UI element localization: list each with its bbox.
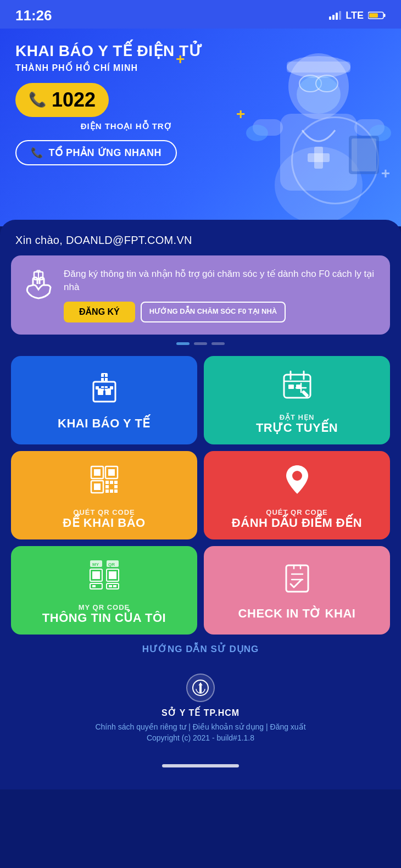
svg-point-59 <box>292 471 302 481</box>
battery-icon <box>368 11 386 20</box>
svg-rect-5 <box>384 14 386 17</box>
hero-subtitle: THÀNH PHỐ HỒ CHÍ MINH <box>15 63 237 73</box>
svg-rect-53 <box>114 481 118 484</box>
svg-rect-3 <box>339 11 341 20</box>
hero-section: + + + <box>0 29 401 226</box>
tile-check-in-label: CHECK IN TỜ KHAI <box>238 607 356 620</box>
main-content: Xin chào, DOANLD@FPT.COM.VN Đăng ký thôn… <box>0 220 401 789</box>
lte-label: LTE <box>346 10 364 21</box>
svg-rect-6 <box>369 13 378 18</box>
register-button[interactable]: ĐĂNG KÝ <box>64 302 135 322</box>
phone-number: 1022 <box>52 88 96 112</box>
svg-rect-0 <box>329 16 331 20</box>
phone-icon: 📞 <box>29 91 46 108</box>
svg-rect-67 <box>109 571 116 579</box>
svg-rect-22 <box>308 153 330 162</box>
tile-khai-bao-y-te[interactable]: KHAI BÁO Y TẾ <box>11 356 197 444</box>
info-card: Đăng ký thông tin và nhận hỗ trợ gói chă… <box>11 255 390 335</box>
svg-text:MY: MY <box>92 562 99 567</box>
checklist-icon <box>281 562 314 602</box>
svg-rect-34 <box>96 386 99 390</box>
hero-doctor-image <box>231 29 401 226</box>
calendar-icon <box>281 368 314 408</box>
phone-label: ĐIỆN THOẠI HỖ TRỢ <box>15 121 237 131</box>
svg-rect-73 <box>286 565 308 592</box>
dot-2 <box>194 342 207 345</box>
svg-rect-69 <box>92 585 96 587</box>
dot-1 <box>176 342 190 345</box>
hero-content: KHAI BÁO Y TẾ ĐIỆN TỬ THÀNH PHỐ HỒ CHÍ M… <box>15 42 237 165</box>
tile-quet-qr-khai-bao[interactable]: QUÉT QR CODE ĐỂ KHAI BÁO <box>11 451 197 539</box>
doctor-svg <box>242 31 396 224</box>
tile-khai-bao-label: KHAI BÁO Y TẾ <box>58 417 151 430</box>
svg-rect-58 <box>114 489 118 493</box>
svg-text:QR: QR <box>108 562 115 567</box>
svg-rect-46 <box>94 469 101 476</box>
plus-deco-3: + <box>381 165 390 182</box>
home-indicator <box>162 764 239 767</box>
svg-rect-71 <box>109 585 112 587</box>
info-card-buttons: ĐĂNG KÝ HƯỚNG DẪN CHĂM SÓC F0 TẠI NHÀ <box>64 302 379 322</box>
svg-rect-54 <box>105 485 109 488</box>
rapid-phone-icon: 📞 <box>31 147 43 159</box>
svg-rect-52 <box>110 481 113 484</box>
tile-danh-dau-diem-den[interactable]: QUÉT QR CODE ĐÁNH DẤU ĐIỂM ĐẾN <box>204 451 390 539</box>
svg-rect-68 <box>90 583 102 589</box>
tile-row-1: KHAI BÁO Y TẾ ĐẶT HẸN TRỰC TUYẾN <box>11 356 390 444</box>
tile-check-in-to-khai[interactable]: CHECK IN TỜ KHAI <box>204 546 390 635</box>
carousel-dots <box>11 342 390 345</box>
footer-copyright: Copyright (c) 2021 - build#1.1.8 <box>22 733 379 742</box>
status-time: 11:26 <box>15 7 52 24</box>
tile-dat-hen-sublabel: ĐẶT HẸN <box>280 413 315 421</box>
svg-rect-25 <box>93 382 115 402</box>
guide-link[interactable]: HƯỚNG DẪN SỬ DỤNG <box>11 643 390 655</box>
svg-rect-40 <box>288 385 294 389</box>
tile-qr-sublabel: QUÉT QR CODE <box>73 508 135 516</box>
rapid-btn-label: TỔ PHẢN ỨNG NHANH <box>49 147 162 159</box>
rapid-response-button[interactable]: 📞 TỔ PHẢN ỨNG NHANH <box>15 140 177 165</box>
svg-point-20 <box>316 75 338 92</box>
tile-qr-label: ĐỂ KHAI BÁO <box>63 516 145 530</box>
svg-rect-44 <box>301 390 309 397</box>
qr-scan-icon <box>88 463 121 503</box>
plus-deco-1: + <box>176 51 185 68</box>
footer-links[interactable]: Chính sách quyền riêng tư | Điều khoản s… <box>22 722 379 731</box>
tile-myqr-label: THÔNG TIN CỦA TÔI <box>42 611 166 625</box>
svg-rect-70 <box>107 583 119 589</box>
guide-f0-button[interactable]: HƯỚNG DẪN CHĂM SÓC F0 TẠI NHÀ <box>141 302 286 322</box>
footer: SỞ Y TẾ TP.HCM Chính sách quyền riêng tư… <box>11 668 390 753</box>
tile-danh-dau-label: ĐÁNH DẤU ĐIỂM ĐẾN <box>232 516 362 530</box>
care-icon <box>22 270 55 309</box>
status-bar: 11:26 LTE <box>0 0 401 29</box>
location-pin-icon <box>281 463 314 503</box>
phone-badge[interactable]: 📞 1022 <box>15 83 109 117</box>
medical-logo-icon <box>192 679 209 697</box>
footer-org: SỞ Y TẾ TP.HCM <box>22 708 379 718</box>
svg-rect-55 <box>114 485 118 488</box>
tile-thong-tin-cua-toi[interactable]: MY QR MY QR CODE THÔNG TIN CỦA <box>11 546 197 635</box>
info-card-text: Đăng ký thông tin và nhận hỗ trợ gói chă… <box>64 268 379 294</box>
tile-dat-hen-truc-tuyen[interactable]: ĐẶT HẸN TRỰC TUYẾN <box>204 356 390 444</box>
svg-rect-56 <box>105 489 109 493</box>
tile-row-2: QUÉT QR CODE ĐỂ KHAI BÁO QUÉT QR CODE ĐÁ… <box>11 451 390 539</box>
plus-deco-2: + <box>236 105 245 123</box>
status-icons: LTE <box>329 10 386 21</box>
svg-rect-1 <box>332 15 335 20</box>
dot-3 <box>211 342 225 345</box>
tile-danh-dau-sublabel: QUÉT QR CODE <box>266 508 327 516</box>
svg-rect-79 <box>199 685 202 693</box>
svg-rect-57 <box>110 489 113 493</box>
footer-logo <box>186 674 215 702</box>
svg-rect-2 <box>336 13 338 20</box>
tile-myqr-sublabel: MY QR CODE <box>79 603 130 611</box>
svg-rect-65 <box>92 571 100 579</box>
my-qr-icon: MY QR <box>88 558 121 598</box>
svg-rect-18 <box>287 62 350 73</box>
svg-rect-35 <box>110 386 113 390</box>
svg-rect-51 <box>105 481 109 484</box>
svg-rect-72 <box>113 585 116 587</box>
hospital-icon <box>88 372 121 411</box>
svg-rect-48 <box>108 469 115 476</box>
info-card-right: Đăng ký thông tin và nhận hỗ trợ gói chă… <box>64 268 379 322</box>
svg-rect-16 <box>352 138 376 171</box>
